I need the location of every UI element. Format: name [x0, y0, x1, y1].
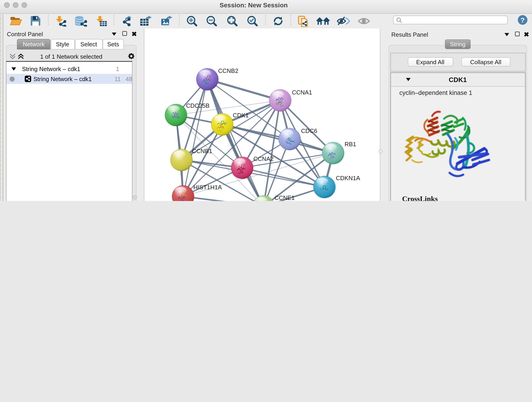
- svg-text:CCNB1: CCNB1: [192, 148, 212, 154]
- svg-text:HIST1H1A: HIST1H1A: [193, 184, 222, 191]
- svg-text:CCNA2: CCNA2: [253, 155, 273, 162]
- svg-text:CCNE1: CCNE1: [274, 194, 295, 201]
- svg-text:CCNB2: CCNB2: [218, 67, 238, 74]
- svg-text:CDC6: CDC6: [301, 128, 317, 134]
- svg-text:RB1: RB1: [345, 141, 356, 148]
- svg-text:CCNA1: CCNA1: [292, 89, 312, 96]
- svg-text:CDKN1A: CDKN1A: [336, 175, 360, 182]
- svg-text:CDK1: CDK1: [233, 112, 249, 119]
- svg-text:CDC25B: CDC25B: [186, 102, 210, 109]
